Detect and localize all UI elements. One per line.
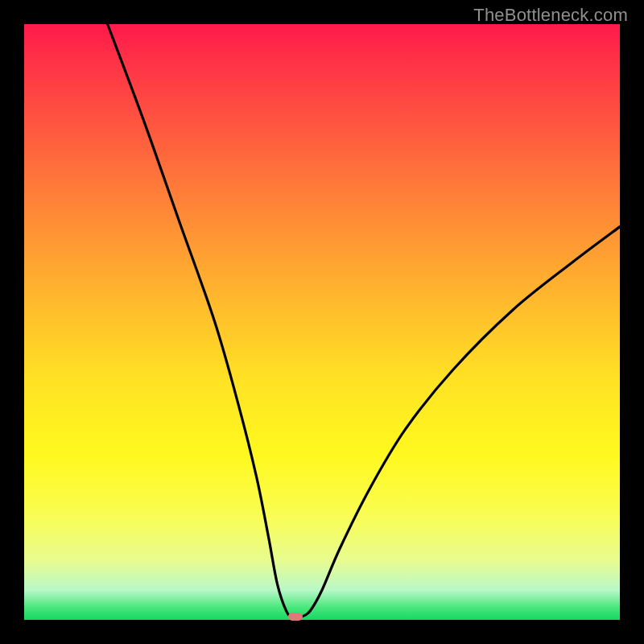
outer-frame: TheBottleneck.com [0, 0, 644, 644]
watermark-text: TheBottleneck.com [473, 5, 628, 26]
min-marker [288, 613, 303, 621]
bottleneck-curve [24, 24, 620, 620]
